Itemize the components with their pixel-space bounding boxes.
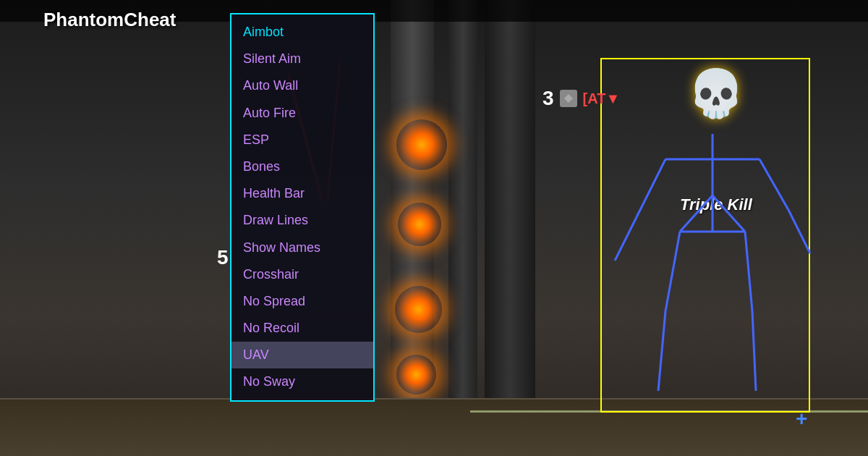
menu-item-bones[interactable]: Bones bbox=[231, 153, 373, 180]
svg-line-5 bbox=[788, 210, 810, 253]
svg-line-7 bbox=[665, 232, 680, 311]
menu-item-no-spread[interactable]: No Spread bbox=[231, 288, 373, 315]
hud-score: 5 bbox=[217, 246, 229, 269]
menu-item-show-names[interactable]: Show Names bbox=[231, 235, 373, 261]
menu-item-aimbot[interactable]: Aimbot bbox=[231, 19, 373, 46]
svg-marker-13 bbox=[564, 94, 573, 103]
watermark-title: PhantomCheat bbox=[43, 9, 176, 31]
menu-item-no-recoil[interactable]: No Recoil bbox=[231, 315, 373, 342]
menu-item-draw-lines[interactable]: Draw Lines bbox=[231, 207, 373, 234]
ammo-count: 3 bbox=[542, 87, 554, 110]
cheat-menu: AimbotSilent AimAuto WallAuto FireESPBon… bbox=[230, 13, 375, 402]
ammo-icon bbox=[560, 90, 577, 107]
svg-line-11 bbox=[680, 195, 712, 232]
glow-light-1 bbox=[396, 119, 447, 170]
menu-item-silent-aim[interactable]: Silent Aim bbox=[231, 46, 373, 72]
svg-line-2 bbox=[637, 159, 665, 217]
glow-light-4 bbox=[396, 355, 436, 394]
svg-line-12 bbox=[712, 195, 745, 232]
svg-line-9 bbox=[745, 232, 752, 311]
column-3 bbox=[485, 0, 535, 456]
svg-line-8 bbox=[658, 311, 665, 391]
skull-icon: 💀 bbox=[687, 67, 745, 121]
game-background: 💀 Triple Kill + 3 [ bbox=[0, 0, 868, 456]
glow-light-2 bbox=[398, 203, 441, 246]
menu-item-crosshair[interactable]: Crosshair bbox=[231, 261, 373, 288]
menu-item-no-sway[interactable]: No Sway bbox=[231, 368, 373, 395]
svg-line-10 bbox=[752, 311, 756, 391]
glow-light-3 bbox=[395, 286, 442, 333]
menu-item-uav[interactable]: UAV bbox=[231, 342, 373, 368]
svg-line-4 bbox=[760, 159, 788, 210]
svg-line-3 bbox=[615, 217, 637, 261]
menu-item-health-bar[interactable]: Health Bar bbox=[231, 180, 373, 207]
menu-item-esp[interactable]: ESP bbox=[231, 127, 373, 153]
menu-item-auto-wall[interactable]: Auto Wall bbox=[231, 72, 373, 99]
menu-item-auto-fire[interactable]: Auto Fire bbox=[231, 100, 373, 127]
column-2 bbox=[448, 0, 477, 456]
